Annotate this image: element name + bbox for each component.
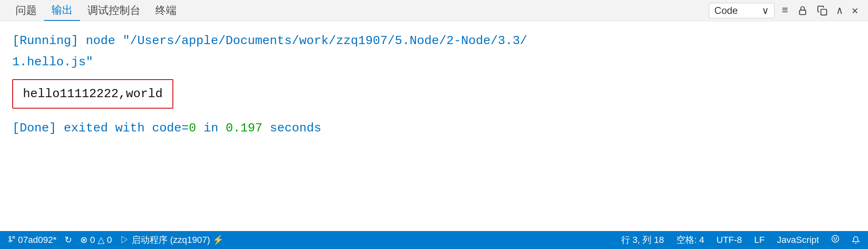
git-branch-icon [8, 235, 16, 245]
lightning-icon: ⚡ [213, 235, 224, 245]
close-icon[interactable]: ✕ [850, 2, 860, 19]
copy-icon[interactable] [815, 4, 829, 18]
svg-point-5 [832, 236, 839, 242]
tab-output[interactable]: 输出 [44, 0, 80, 21]
svg-rect-0 [799, 10, 805, 14]
status-left: 07ad092* ↻ ⊗ 0 △ 0 ▷ 启动程序 (zzq1907) ⚡ [8, 234, 224, 246]
git-branch[interactable]: 07ad092* [8, 235, 56, 245]
code-dropdown[interactable]: Code ∨ [709, 3, 774, 18]
errors-warnings[interactable]: ⊗ 0 △ 0 [80, 235, 112, 245]
sync-icon: ↻ [65, 235, 72, 245]
output-area: [Running] node "/Users/apple/Documents/w… [0, 21, 868, 231]
smiley-icon [831, 235, 839, 245]
list-icon[interactable]: ≡ [780, 3, 790, 18]
svg-point-7 [836, 238, 837, 239]
chevron-up-icon[interactable]: ∧ [835, 2, 845, 19]
line-ending[interactable]: LF [754, 235, 765, 245]
hello-text: hello11112222,world [12, 79, 173, 109]
tab-terminal[interactable]: 终端 [148, 0, 184, 21]
run-program[interactable]: ▷ 启动程序 (zzq1907) ⚡ [120, 234, 224, 246]
svg-point-4 [13, 236, 15, 238]
warnings-count: △ 0 [98, 235, 112, 245]
tab-right-controls: Code ∨ ≡ ∧ ✕ [709, 2, 860, 19]
lock-icon[interactable] [796, 4, 810, 18]
bell-icon[interactable] [852, 236, 860, 244]
svg-point-6 [834, 238, 835, 239]
chevron-down-icon: ∨ [762, 5, 769, 16]
done-line: [Done] exited with code=0 in 0.197 secon… [12, 118, 856, 138]
feedback-icon[interactable] [831, 235, 839, 245]
encoding[interactable]: UTF-8 [716, 235, 742, 245]
tab-bar: 问题 输出 调试控制台 终端 Code ∨ ≡ ∧ ✕ [0, 0, 868, 21]
spaces[interactable]: 空格: 4 [676, 234, 704, 246]
running-line-1: [Running] node "/Users/apple/Documents/w… [12, 31, 856, 51]
svg-rect-1 [821, 9, 826, 15]
status-bar: 07ad092* ↻ ⊗ 0 △ 0 ▷ 启动程序 (zzq1907) ⚡ 行 … [0, 231, 868, 249]
tab-wenti[interactable]: 问题 [8, 0, 44, 21]
running-line-2: 1.hello.js" [12, 52, 856, 72]
status-right: 行 3, 列 18 空格: 4 UTF-8 LF JavaScript [621, 234, 860, 246]
errors-count: ⊗ 0 [80, 235, 95, 245]
tab-debug-console[interactable]: 调试控制台 [80, 0, 148, 21]
hello-output-box: hello11112222,world [12, 73, 856, 117]
sync-button[interactable]: ↻ [65, 235, 72, 245]
language[interactable]: JavaScript [777, 235, 819, 245]
svg-point-2 [9, 236, 11, 238]
row-col[interactable]: 行 3, 列 18 [621, 234, 664, 246]
